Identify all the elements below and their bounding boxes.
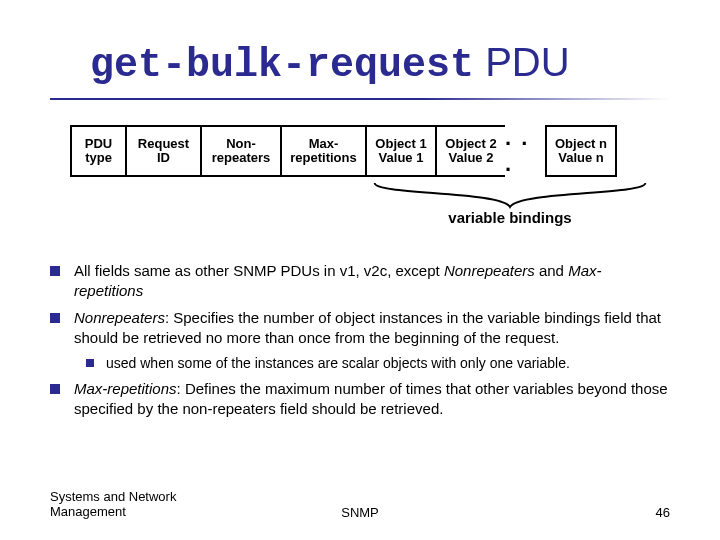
cell-text: Value 1 xyxy=(375,151,427,165)
bullet-square-icon xyxy=(50,266,60,276)
footer-line: Systems and Network xyxy=(50,489,176,505)
cell-text: Value 2 xyxy=(445,151,497,165)
term-maxrepetitions: Max-repetitions xyxy=(74,380,177,397)
bullet-2: Nonrepeaters: Specifies the number of ob… xyxy=(50,308,670,349)
bullet-text: Nonrepeaters: Specifies the number of ob… xyxy=(74,308,670,349)
cell-pdu-type: PDU type xyxy=(70,125,125,177)
cell-text: Object 2 xyxy=(445,137,497,151)
pdu-row: PDU type Request ID Non- repeaters Max- … xyxy=(70,125,650,177)
cell-request-id: Request ID xyxy=(125,125,200,177)
cell-text: Max- xyxy=(290,137,357,151)
term-nonrepeaters: Nonrepeaters xyxy=(74,309,165,326)
bullet-square-icon xyxy=(50,313,60,323)
cell-text: repeaters xyxy=(210,151,272,165)
slide: get-bulk-request PDU PDU type Request ID… xyxy=(0,0,720,540)
cell-text: Request xyxy=(135,137,192,151)
bullet-2-sub: used when some of the instances are scal… xyxy=(86,354,670,373)
term-nonrepeaters: Nonrepeaters xyxy=(444,262,535,279)
bullet-text: All fields same as other SNMP PDUs in v1… xyxy=(74,261,670,302)
brace-icon xyxy=(370,181,650,211)
bullet-3: Max-repetitions: Defines the maximum num… xyxy=(50,379,670,420)
cell-object-1: Object 1 Value 1 xyxy=(365,125,435,177)
cell-text: Non- xyxy=(210,137,272,151)
brace-label: variable bindings xyxy=(370,209,650,226)
text-run: and xyxy=(535,262,568,279)
slide-footer: Systems and Network Management SNMP 46 xyxy=(50,489,670,520)
ellipsis: . . . xyxy=(505,125,545,177)
title-code: get-bulk-request xyxy=(90,43,474,88)
cell-text: PDU xyxy=(80,137,117,151)
cell-text: Value n xyxy=(555,151,607,165)
cell-object-n: Object n Value n xyxy=(545,125,617,177)
slide-title: get-bulk-request PDU xyxy=(90,40,670,88)
cell-text: Object n xyxy=(555,137,607,151)
cell-text: Object 1 xyxy=(375,137,427,151)
pdu-diagram: PDU type Request ID Non- repeaters Max- … xyxy=(70,125,650,241)
bullet-1: All fields same as other SNMP PDUs in v1… xyxy=(50,261,670,302)
cell-object-2: Object 2 Value 2 xyxy=(435,125,505,177)
title-underline xyxy=(50,98,670,100)
cell-text: ID xyxy=(135,151,192,165)
cell-nonrepeaters: Non- repeaters xyxy=(200,125,280,177)
bullet-square-icon xyxy=(86,359,94,367)
brace-area: variable bindings xyxy=(70,181,650,241)
text-run: All fields same as other SNMP PDUs in v1… xyxy=(74,262,444,279)
bullet-text: Max-repetitions: Defines the maximum num… xyxy=(74,379,670,420)
title-suffix: PDU xyxy=(474,40,570,84)
bullet-text: used when some of the instances are scal… xyxy=(106,354,670,373)
cell-text: repetitions xyxy=(290,151,357,165)
footer-center: SNMP xyxy=(50,505,670,520)
bullet-list: All fields same as other SNMP PDUs in v1… xyxy=(50,261,670,419)
cell-text: type xyxy=(80,151,117,165)
cell-maxrepetitions: Max- repetitions xyxy=(280,125,365,177)
bullet-square-icon xyxy=(50,384,60,394)
